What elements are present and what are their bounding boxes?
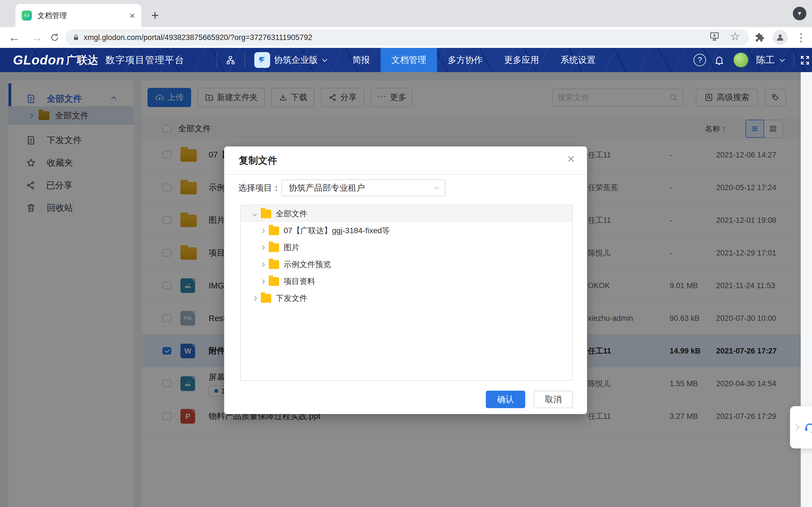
chevron-down-icon: [434, 185, 439, 189]
help-icon[interactable]: ?: [694, 54, 706, 66]
modal-tree-row[interactable]: 全部文件: [241, 205, 572, 222]
caret-down-icon[interactable]: [253, 212, 257, 216]
forward-button-icon: →: [31, 31, 43, 44]
modal-tree-row[interactable]: 07【广联达】ggj-3184-fixed等: [241, 222, 572, 239]
folder-icon: [269, 226, 279, 235]
folder-icon: [261, 210, 271, 218]
tree-node-label: 示例文件预览: [284, 259, 331, 270]
bookmark-star-icon[interactable]: ☆: [730, 31, 740, 41]
site-favicon-icon: [22, 10, 32, 20]
reload-button-icon[interactable]: [50, 33, 60, 43]
new-tab-button[interactable]: +: [147, 7, 163, 23]
divider: [217, 53, 217, 67]
platform-title: 数字项目管理平台: [105, 54, 185, 66]
back-button-icon[interactable]: ←: [8, 31, 20, 44]
caret-right-icon[interactable]: [260, 279, 265, 284]
customer-service-headset-icon[interactable]: [804, 421, 812, 434]
folder-icon: [269, 243, 279, 252]
tree-node-label: 项目资料: [284, 276, 315, 287]
url-text: xmgl.glodon.com/portal/493823875665920/?…: [84, 33, 312, 42]
browser-tab-strip: 文档管理 × + ▼: [0, 0, 812, 27]
project-select[interactable]: 协筑产品部专业租户: [282, 179, 446, 196]
user-name: 陈工: [756, 54, 775, 66]
nav-tab-system-settings[interactable]: 系统设置: [550, 48, 606, 72]
nav-tab-document-management[interactable]: 文档管理: [380, 48, 437, 72]
copy-file-modal: 复制文件 × 选择项目： 协筑产品部专业租户 全部文件07【广联达】ggj-31…: [224, 147, 587, 414]
caret-right-icon[interactable]: [260, 228, 265, 233]
support-float-panel[interactable]: [790, 406, 812, 448]
tree-node-label: 全部文件: [276, 209, 307, 219]
tab-search-button[interactable]: ▼: [793, 7, 806, 20]
destination-folder-tree: 全部文件07【广联达】ggj-3184-fixed等图片示例文件预览项目资料下发…: [240, 205, 573, 381]
logo-text: GLodon: [13, 52, 64, 68]
browser-profile-avatar[interactable]: [772, 30, 788, 45]
install-app-icon[interactable]: [709, 31, 720, 42]
divider: [245, 53, 245, 67]
nav-tab-multi-party-collaboration[interactable]: 多方协作: [437, 48, 493, 72]
user-avatar[interactable]: [733, 53, 748, 67]
workspace-selector[interactable]: 协筑企业版: [274, 48, 326, 72]
tree-node-label: 下发文件: [276, 293, 307, 304]
confirm-button[interactable]: 确认: [486, 391, 525, 408]
folder-icon: [261, 294, 271, 303]
caret-right-icon[interactable]: [253, 296, 257, 300]
chevron-right-icon[interactable]: [793, 424, 800, 431]
modal-title: 复制文件: [239, 147, 277, 175]
logo-cn-text: 广联达: [66, 53, 98, 67]
project-select-label: 选择项目：: [238, 179, 281, 196]
nav-tabs: 简报文档管理多方协作更多应用系统设置: [342, 48, 606, 72]
modal-header: 复制文件 ×: [224, 147, 587, 175]
chevron-down-icon: [779, 57, 784, 62]
tab-close-icon[interactable]: ×: [130, 11, 135, 20]
folder-icon: [269, 260, 279, 269]
browser-tab[interactable]: 文档管理 ×: [15, 4, 141, 27]
notifications-bell-icon[interactable]: [714, 55, 725, 66]
nav-tab-briefing[interactable]: 简报: [342, 48, 380, 72]
nav-tab-more-apps[interactable]: 更多应用: [493, 48, 550, 72]
browser-address-bar: ← → xmgl.glodon.com/portal/4938238756659…: [0, 27, 812, 48]
screen: 文档管理 × + ▼ ← → xmgl.glodon.com/portal/49…: [0, 0, 812, 507]
caret-right-icon[interactable]: [260, 245, 265, 250]
project-select-value: 协筑产品部专业租户: [289, 182, 365, 194]
divider: [794, 53, 794, 67]
url-bar[interactable]: xmgl.glodon.com/portal/493823875665920/?…: [65, 29, 749, 46]
cancel-button[interactable]: 取消: [534, 391, 573, 408]
workspace-label: 协筑企业版: [274, 54, 318, 66]
org-structure-icon[interactable]: [225, 55, 236, 65]
app-navbar: GLodon 广联达 数字项目管理平台 协筑企业版 简报文档管理多方协作更多应用…: [0, 48, 812, 72]
browser-menu-dots-icon[interactable]: ⋮: [796, 31, 806, 44]
user-menu[interactable]: 陈工: [756, 48, 784, 72]
modal-tree-row[interactable]: 项目资料: [241, 273, 572, 290]
tree-node-label: 07【广联达】ggj-3184-fixed等: [284, 225, 390, 236]
lock-icon: [72, 34, 80, 41]
caret-right-icon[interactable]: [260, 262, 265, 267]
modal-tree-row[interactable]: 示例文件预览: [241, 256, 572, 273]
tab-title: 文档管理: [38, 11, 130, 20]
fullscreen-expand-icon[interactable]: [800, 55, 810, 66]
workspace-app-icon[interactable]: [254, 52, 270, 68]
modal-tree-row[interactable]: 图片: [241, 239, 572, 256]
extensions-puzzle-icon[interactable]: [754, 32, 765, 43]
modal-close-icon[interactable]: ×: [567, 153, 574, 165]
modal-tree-row[interactable]: 下发文件: [241, 290, 572, 307]
chevron-down-icon: [322, 57, 327, 62]
folder-icon: [269, 277, 279, 286]
tree-node-label: 图片: [284, 242, 299, 253]
app-logo: GLodon 广联达 数字项目管理平台: [13, 48, 185, 72]
